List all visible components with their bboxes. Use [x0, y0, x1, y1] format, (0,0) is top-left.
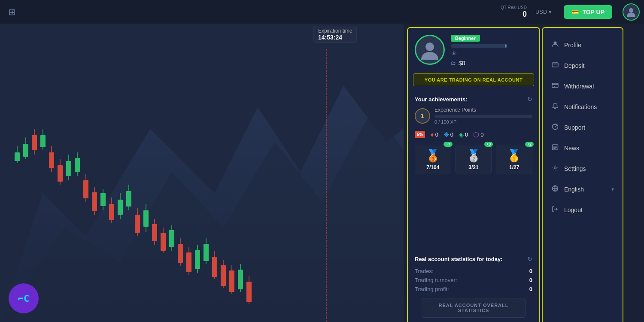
- news-label: News: [564, 145, 614, 152]
- settings-label: Settings: [564, 165, 614, 172]
- svg-rect-30: [126, 191, 131, 207]
- menu-panel: Profile Deposit Withdrawal Notifications…: [542, 27, 623, 322]
- svg-point-66: [554, 167, 556, 169]
- svg-rect-26: [109, 204, 114, 220]
- green-count: 0: [465, 131, 468, 138]
- profit-label: Trading profit:: [415, 286, 449, 292]
- svg-rect-46: [195, 250, 200, 269]
- right-panel: Beginner 👁 🗂 $0 YOU ARE TRADING ON REAL …: [404, 24, 644, 322]
- deposit-icon: [551, 61, 559, 70]
- notifications-label: Notifications: [564, 103, 614, 110]
- green-gem-icon: ◈: [459, 131, 464, 139]
- purple-gem-icon: ⬡: [473, 131, 479, 139]
- svg-rect-36: [152, 224, 157, 241]
- svg-rect-38: [161, 233, 166, 251]
- menu-item-logout[interactable]: Logout: [543, 200, 623, 220]
- svg-rect-12: [49, 152, 54, 168]
- qt-label: QT Real USD: [501, 5, 527, 10]
- profile-icon: [551, 41, 559, 49]
- expiration-label: Expiration time: [318, 28, 352, 34]
- svg-rect-54: [229, 270, 234, 292]
- balance-row: 👁: [451, 50, 532, 57]
- menu-item-support[interactable]: Support: [543, 117, 623, 138]
- gem-diamond: ♦ 0: [430, 131, 438, 139]
- wallet-icon: 💳: [571, 9, 579, 15]
- app-logo: ⌐C: [9, 283, 39, 313]
- logout-icon: [551, 206, 559, 214]
- menu-item-notifications[interactable]: Notifications: [543, 97, 623, 117]
- svg-rect-8: [32, 135, 37, 150]
- svg-rect-42: [178, 244, 183, 263]
- real-account-banner: YOU ARE TRADING ON REAL ACCOUNT: [413, 73, 534, 86]
- chart-area: Expiration time 14:53:24: [0, 0, 404, 322]
- gems-row: 5% ♦ 0 ❋ 0 ◈ 0 ⬡ 0: [415, 131, 532, 139]
- stats-header: Real account statistics for today: ↻: [415, 255, 532, 262]
- achievements-header: Your achievements: ↻: [415, 96, 532, 103]
- news-icon: [551, 144, 559, 152]
- gem-blue: ❋ 0: [444, 131, 453, 139]
- menu-item-settings[interactable]: Settings: [543, 158, 623, 179]
- svg-rect-10: [40, 135, 46, 147]
- level-number: 1: [415, 108, 430, 124]
- support-label: Support: [564, 124, 614, 131]
- menu-item-withdrawal[interactable]: Withdrawal: [543, 76, 623, 97]
- svg-rect-56: [238, 270, 243, 289]
- svg-rect-6: [23, 144, 28, 157]
- candlestick-chart: [0, 26, 404, 322]
- profit-value: 0: [529, 286, 532, 292]
- turnover-value: 0: [529, 277, 532, 283]
- medal-count-3: 1/27: [509, 164, 519, 170]
- medal-count-1: 7/104: [426, 164, 439, 170]
- stats-title: Real account statistics for today:: [415, 256, 502, 262]
- svg-rect-24: [100, 193, 106, 206]
- overall-stats-button[interactable]: REAL ACCOUNT OVERALL STATISTICS: [422, 298, 526, 318]
- medal-plus-2: +3: [484, 142, 493, 147]
- expiration-box: Expiration time 14:53:24: [313, 26, 357, 43]
- grid-icon[interactable]: ⊞: [4, 4, 20, 20]
- svg-rect-16: [66, 161, 71, 176]
- language-icon: [551, 185, 559, 194]
- profile-avatar: [415, 35, 445, 65]
- xp-count: 0 / 100 XP: [434, 119, 532, 125]
- stat-row-profit: Trading profit: 0: [415, 285, 532, 294]
- diamond-icon: ♦: [430, 131, 434, 139]
- profile-header: Beginner 👁 🗂 $0: [408, 28, 539, 73]
- svg-rect-44: [186, 252, 191, 272]
- menu-item-news[interactable]: News: [543, 138, 623, 158]
- svg-rect-4: [15, 152, 20, 161]
- svg-rect-28: [118, 200, 123, 215]
- gem-green: ◈ 0: [459, 131, 468, 139]
- eye-icon[interactable]: 👁: [451, 50, 457, 57]
- menu-item-deposit[interactable]: Deposit: [543, 55, 623, 76]
- avatar[interactable]: [623, 3, 640, 21]
- stats-refresh-icon[interactable]: ↻: [527, 255, 532, 262]
- menu-item-profile[interactable]: Profile: [543, 35, 623, 55]
- achievements-title: Your achievements:: [415, 96, 468, 103]
- refresh-icon[interactable]: ↻: [527, 96, 532, 103]
- trades-value: 0: [529, 268, 532, 274]
- achievements-section: Your achievements: ↻ 1 Experience Points…: [408, 91, 539, 251]
- notifications-icon: [551, 103, 559, 111]
- svg-rect-52: [221, 265, 226, 286]
- svg-rect-14: [58, 165, 63, 182]
- stat-row-trades: Trades: 0: [415, 267, 532, 276]
- profile-panel: Beginner 👁 🗂 $0 YOU ARE TRADING ON REAL …: [407, 27, 540, 322]
- currency-selector[interactable]: USD ▾: [535, 9, 552, 15]
- withdrawal-label: Withdrawal: [564, 83, 614, 90]
- blue-gem-icon: ❋: [444, 131, 449, 139]
- qt-info: QT Real USD 0: [501, 5, 527, 19]
- profile-label: Profile: [564, 42, 614, 49]
- top-up-button[interactable]: 💳 TOP UP: [564, 5, 612, 19]
- svg-rect-50: [212, 257, 217, 277]
- medal-gold: +2 🥇 1/27: [496, 145, 532, 174]
- balance-display: 🗂 $0: [451, 60, 532, 67]
- svg-rect-63: [552, 83, 558, 88]
- medal-bronze: +7 🥉 7/104: [415, 145, 451, 174]
- discount-badge: 5%: [415, 131, 425, 138]
- menu-item-english[interactable]: English ▾: [543, 179, 623, 200]
- svg-rect-62: [552, 63, 558, 67]
- turnover-label: Trading turnover:: [415, 277, 457, 283]
- settings-icon: [551, 164, 559, 173]
- svg-rect-34: [143, 210, 149, 227]
- level-badge: Beginner: [451, 35, 480, 42]
